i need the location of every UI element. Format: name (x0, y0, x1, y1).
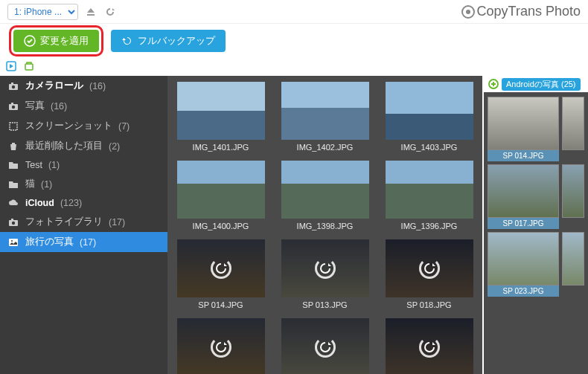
svg-point-6 (12, 85, 15, 88)
sidebar-item-count: (16) (51, 101, 67, 112)
right-thumbnail[interactable] (488, 164, 559, 218)
right-photo-cell[interactable]: SP 023.JPG (488, 232, 559, 297)
right-panel-header: Androidの写真 (25) (484, 76, 588, 92)
sidebar-item-label: Test (25, 160, 42, 170)
sidebar: カメラロール (16)写真 (16)スクリーンショット (7)最近削除した項目 … (0, 76, 167, 374)
photo-thumbnail[interactable] (281, 82, 369, 140)
right-thumbnail-partial[interactable] (562, 232, 584, 286)
sidebar-item-6[interactable]: iCloud (123) (0, 194, 167, 212)
right-thumbnail[interactable] (488, 232, 559, 286)
sidebar-item-2[interactable]: スクリーンショット (7) (0, 116, 167, 136)
photo-caption: SP 013.JPG (302, 297, 347, 315)
photo-cell[interactable]: SP 018.JPG (382, 239, 477, 315)
sync-icon (317, 339, 333, 355)
photo-thumbnail[interactable] (281, 161, 369, 219)
sync-icon (317, 260, 333, 277)
top-toolbar: 1: iPhone ... CopyTrans Photo (0, 0, 588, 24)
svg-rect-4 (25, 64, 33, 70)
svg-rect-10 (11, 103, 13, 104)
svg-point-13 (12, 221, 15, 224)
photo-thumbnail[interactable] (177, 239, 265, 297)
sidebar-item-7[interactable]: フォトライブラリ (17) (0, 212, 167, 232)
camera-icon (7, 101, 19, 112)
photo-thumbnail[interactable] (281, 318, 369, 374)
restore-icon (121, 35, 133, 47)
main-area: カメラロール (16)写真 (16)スクリーンショット (7)最近削除した項目 … (0, 76, 588, 374)
photo-thumbnail[interactable] (386, 82, 473, 140)
photo-cell[interactable]: IMG_1400.JPG (173, 161, 269, 236)
sidebar-item-4[interactable]: Test (1) (0, 156, 167, 174)
full-backup-button[interactable]: フルバックアップ (111, 30, 226, 52)
sidebar-item-count: (123) (60, 198, 82, 208)
photo-cell[interactable]: IMG_1396.JPG (382, 161, 477, 236)
apply-changes-button[interactable]: 変更を適用 (13, 30, 99, 52)
play-tab-icon[interactable] (6, 61, 18, 73)
photo-cell[interactable] (382, 318, 477, 374)
photo-cell[interactable] (173, 318, 269, 374)
photo-cell[interactable] (278, 318, 373, 374)
sidebar-item-label: スクリーンショット (25, 120, 112, 132)
svg-point-1 (466, 10, 470, 14)
photo-thumbnail[interactable] (281, 239, 369, 297)
device-select[interactable]: 1: iPhone ... (7, 4, 78, 20)
photo-thumbnail[interactable] (177, 82, 265, 140)
sidebar-item-8[interactable]: 旅行の写真 (17) (0, 232, 167, 252)
sidebar-item-label: 旅行の写真 (25, 236, 74, 248)
sidebar-item-label: 猫 (25, 178, 35, 190)
refresh-icon[interactable] (103, 5, 117, 19)
photo-caption: IMG_1402.JPG (297, 140, 354, 158)
apply-highlight-box: 変更を適用 (9, 25, 103, 57)
svg-point-9 (12, 105, 15, 108)
sidebar-item-5[interactable]: 猫 (1) (0, 174, 167, 194)
photo-thumbnail[interactable] (177, 318, 265, 374)
sidebar-item-label: カメラロール (25, 80, 83, 92)
sidebar-tab-row (0, 58, 588, 76)
sync-icon (421, 339, 438, 355)
svg-rect-7 (11, 83, 13, 84)
album-tab-icon[interactable] (24, 61, 36, 73)
photo-caption: IMG_1398.JPG (297, 219, 354, 236)
check-circle-icon (24, 35, 36, 47)
photo-caption: IMG_1396.JPG (401, 219, 458, 236)
photo-caption: SP 014.JPG (198, 297, 243, 315)
photo-cell[interactable]: SP 014.JPG (173, 239, 269, 315)
right-thumbnail-partial[interactable] (562, 97, 584, 150)
sync-icon (213, 339, 229, 355)
right-photo-cell[interactable]: SP 017.JPG (488, 164, 559, 229)
right-thumbnail[interactable] (488, 97, 559, 150)
action-toolbar: 変更を適用 フルバックアップ (0, 24, 588, 58)
sidebar-item-3[interactable]: 最近削除した項目 (2) (0, 136, 167, 156)
backup-label: フルバックアップ (138, 34, 215, 48)
photo-cell[interactable]: IMG_1403.JPG (382, 82, 477, 158)
photo-cell[interactable]: IMG_1401.JPG (173, 82, 269, 158)
plus-icon[interactable] (488, 79, 499, 89)
sidebar-item-0[interactable]: カメラロール (16) (0, 76, 167, 96)
right-panel-label[interactable]: Androidの写真 (25) (502, 78, 581, 91)
eject-icon[interactable] (84, 5, 98, 19)
trash-icon (7, 141, 19, 152)
photo-thumbnail[interactable] (386, 239, 473, 297)
photo-thumbnail[interactable] (177, 161, 265, 219)
photo-cell[interactable]: IMG_1402.JPG (278, 82, 373, 158)
photo-caption: SP 018.JPG (406, 297, 451, 315)
camera-icon (7, 81, 19, 91)
sidebar-item-count: (16) (89, 81, 106, 91)
apply-label: 変更を適用 (40, 34, 89, 48)
sidebar-item-label: フォトライブラリ (25, 216, 103, 228)
photo-thumbnail[interactable] (386, 318, 473, 374)
sidebar-item-label: iCloud (25, 198, 54, 208)
photo-caption: IMG_1403.JPG (401, 140, 458, 158)
photo-thumbnail[interactable] (386, 161, 473, 219)
right-thumbnail-partial[interactable] (562, 164, 584, 218)
sync-icon (213, 260, 229, 277)
right-panel: Androidの写真 (25) SP 014.JPGSP 017.JPGSP 0… (482, 76, 588, 374)
folder-icon (7, 179, 19, 190)
photo-grid-panel: IMG_1401.JPGIMG_1402.JPGIMG_1403.JPGIMG_… (167, 76, 482, 374)
photo-cell[interactable]: IMG_1398.JPG (278, 161, 373, 236)
right-caption: SP 017.JPG (488, 218, 559, 229)
right-photo-cell[interactable]: SP 014.JPG (488, 97, 559, 161)
photo-cell[interactable]: SP 013.JPG (278, 239, 373, 315)
sidebar-item-1[interactable]: 写真 (16) (0, 96, 167, 116)
photo-caption: IMG_1401.JPG (193, 140, 249, 158)
sidebar-item-label: 写真 (25, 100, 45, 112)
